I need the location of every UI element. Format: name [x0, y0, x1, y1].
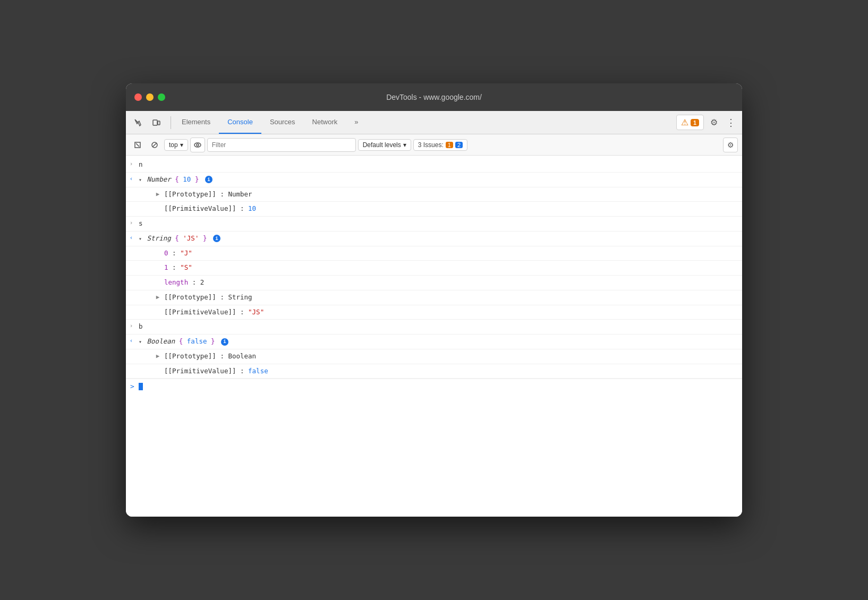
window-title: DevTools - www.google.com/ [386, 93, 482, 101]
tab-sources[interactable]: Sources [261, 111, 304, 134]
row-content: [[Prototype]] : String [162, 292, 742, 304]
close-button[interactable] [134, 93, 142, 101]
row-content: ▾ Number { 10 } i [137, 174, 742, 186]
issues-warn-badge: 1 [446, 142, 453, 148]
console-row-b-input: › b [126, 320, 742, 335]
object-value-brace-close: } [195, 175, 199, 183]
expand-icon[interactable]: ▶ [154, 292, 162, 301]
input-indicator: › [126, 321, 137, 329]
object-brace-close: } [211, 337, 215, 345]
row-content: ▾ Boolean { false } i [137, 336, 742, 348]
issues-badge[interactable]: ⚠ 1 [676, 115, 704, 130]
string-prototype-row: ▶ [[Prototype]] : String [126, 290, 742, 305]
object-type-label: Boolean [147, 337, 179, 345]
inspect-element-button[interactable] [130, 115, 146, 131]
log-levels-selector[interactable]: Default levels ▾ [358, 139, 411, 151]
key: 1 [164, 263, 168, 271]
expand-arrow[interactable]: ▾ [139, 338, 142, 346]
console-settings-button[interactable]: ⚙ [723, 138, 738, 152]
key: 0 [164, 249, 168, 257]
separator: : [240, 367, 248, 375]
output-indicator: ‹ [126, 233, 137, 241]
key: [[Prototype]] [164, 352, 216, 360]
console-toolbar: top ▾ Default levels ▾ 3 Issues: 1 2 ⚙ [126, 134, 742, 156]
clear-console-button[interactable] [130, 138, 145, 152]
string-length-row: length : 2 [126, 276, 742, 290]
value: 10 [248, 204, 256, 212]
row-content: s [137, 218, 742, 230]
traffic-lights [134, 93, 165, 101]
tab-more[interactable]: » [346, 111, 367, 134]
boolean-prototype-row: ▶ [[Prototype]] : Boolean [126, 349, 742, 364]
output-indicator: ‹ [126, 336, 137, 344]
more-options-icon[interactable]: ⋮ [724, 115, 738, 131]
separator: : [240, 204, 248, 212]
settings-icon[interactable]: ⚙ [708, 115, 720, 130]
row-content: [[Prototype]] : Boolean [162, 350, 742, 363]
maximize-button[interactable] [158, 93, 165, 101]
separator: : [172, 263, 180, 271]
info-icon[interactable]: i [221, 338, 228, 346]
expand-icon[interactable]: ▶ [154, 350, 162, 359]
warn-count: 1 [691, 119, 699, 126]
object-value: false [187, 337, 207, 345]
console-row-string-output: ‹ ▾ String { 'JS' } i [126, 232, 742, 246]
console-row-number-output: ‹ ▾ Number { 10 } i [126, 173, 742, 187]
live-expression-button[interactable] [190, 138, 205, 152]
value: "JS" [248, 308, 264, 316]
expand-arrow[interactable]: ▾ [139, 235, 142, 243]
main-toolbar: Elements Console Sources Network » ⚠ 1 ⚙… [126, 111, 742, 134]
key: [[Prototype]] [164, 293, 216, 301]
key: [[Prototype]] [164, 190, 216, 198]
object-type-label: String [147, 234, 175, 242]
block-icon-button[interactable] [147, 138, 162, 152]
boolean-primitive-row: [[PrimitiveValue]] : false [126, 364, 742, 379]
console-row-boolean-output: ‹ ▾ Boolean { false } i [126, 335, 742, 349]
expand-icon[interactable]: ▶ [154, 188, 162, 198]
value: false [248, 367, 268, 375]
info-icon[interactable]: i [205, 176, 212, 183]
device-toolbar-button[interactable] [148, 115, 164, 131]
titlebar: DevTools - www.google.com/ [126, 83, 742, 111]
svg-rect-1 [158, 121, 160, 125]
value: Boolean [228, 352, 256, 360]
separator: : [172, 249, 180, 257]
cursor [139, 383, 143, 390]
object-value-brace: { [175, 175, 179, 183]
tab-bar: Elements Console Sources Network » [173, 111, 676, 134]
console-prompt: > [130, 382, 134, 390]
value: "J" [180, 249, 192, 257]
minimize-button[interactable] [146, 93, 154, 101]
string-index-1-row: 1 : "S" [126, 261, 742, 276]
row-content: n [137, 159, 742, 171]
issues-info-badge: 2 [455, 142, 463, 148]
input-indicator: › [126, 159, 137, 167]
tab-elements[interactable]: Elements [173, 111, 219, 134]
key: [[PrimitiveValue]] [164, 367, 236, 375]
info-icon[interactable]: i [213, 235, 220, 242]
console-body[interactable]: › n ‹ ▾ Number { 10 } i ▶ [[Prototype]] … [126, 156, 742, 517]
expand-arrow[interactable]: ▾ [139, 176, 142, 184]
console-row-s-input: › s [126, 217, 742, 232]
key: [[PrimitiveValue]] [164, 308, 236, 316]
tab-network[interactable]: Network [304, 111, 346, 134]
tab-console[interactable]: Console [219, 111, 261, 134]
object-value: 10 [183, 175, 191, 183]
context-selector[interactable]: top ▾ [164, 139, 188, 151]
row-content: [[PrimitiveValue]] : false [162, 365, 742, 378]
input-text: n [139, 160, 143, 168]
key: length [164, 278, 188, 286]
object-brace: { [175, 234, 179, 242]
prototype-row: ▶ [[Prototype]] : Number [126, 187, 742, 202]
separator: : [220, 293, 228, 301]
toolbar-right: ⚠ 1 ⚙ ⋮ [676, 115, 738, 131]
svg-line-5 [152, 143, 157, 147]
console-input-row[interactable]: > [126, 379, 742, 393]
input-indicator: › [126, 218, 137, 226]
issues-count-button[interactable]: 3 Issues: 1 2 [413, 139, 467, 151]
filter-input[interactable] [207, 138, 356, 152]
svg-rect-0 [153, 120, 157, 125]
value: String [228, 293, 252, 301]
svg-point-7 [197, 144, 199, 146]
row-content: 1 : "S" [162, 262, 742, 274]
